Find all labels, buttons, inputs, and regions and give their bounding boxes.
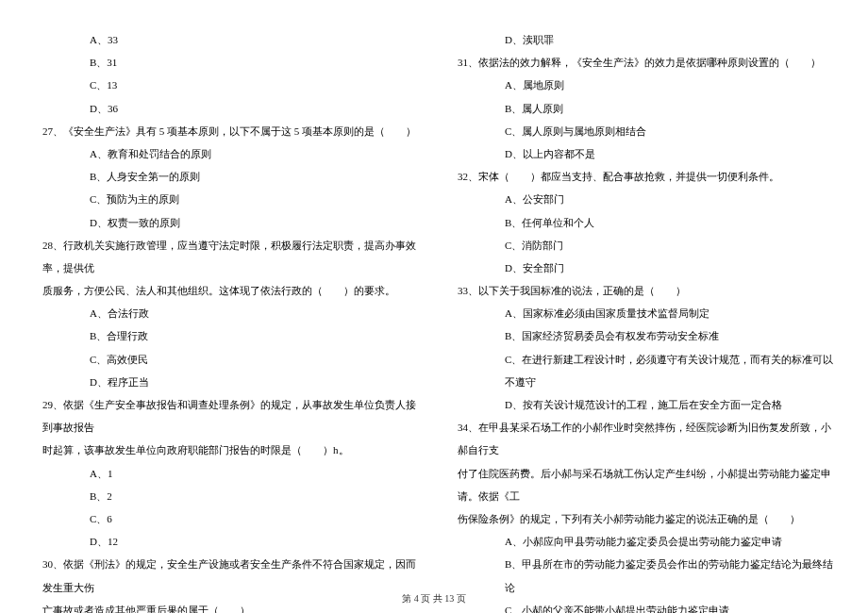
q32-option-d: D、安全部门: [505, 257, 835, 279]
q28-line2: 质服务，方便公民、法人和其他组织。这体现了依法行政的（ ）的要求。: [42, 279, 420, 302]
q27-option-b: B、人身安全第一的原则: [90, 165, 420, 188]
q31-option-b: B、属人原则: [505, 97, 835, 120]
q29-line2: 时起算，该事故发生单位向政府职能部门报告的时限是（ ）h。: [42, 439, 420, 461]
q31-text: 31、依据法的效力解释，《安全生产法》的效力是依据哪种原则设置的（ ）: [458, 51, 835, 74]
q29-line1: 29、依据《生产安全事故报告和调查处理条例》的规定，从事故发生单位负责人接到事故…: [42, 393, 420, 439]
q32-option-c: C、消防部门: [505, 234, 835, 257]
q34-line3: 伤保险条例》的规定，下列有关小郝劳动能力鉴定的说法正确的是（ ）: [458, 507, 835, 530]
q31-option-c: C、属人原则与属地原则相结合: [505, 120, 835, 142]
q32-option-b: B、任何单位和个人: [505, 211, 835, 234]
q32-text: 32、宋体（ ）都应当支持、配合事故抢救，并提供一切便利条件。: [458, 165, 835, 188]
q28-line1: 28、行政机关实施行政管理，应当遵守法定时限，积极履行法定职责，提高办事效率，提…: [42, 234, 420, 279]
q29-option-a: A、1: [90, 462, 420, 485]
q27-option-d: D、权责一致的原则: [90, 211, 420, 234]
q31-option-d: D、以上内容都不是: [505, 142, 835, 165]
q26-option-d: D、36: [90, 97, 420, 120]
q33-option-c: C、在进行新建工程设计时，必须遵守有关设计规范，而有关的标准可以不遵守: [505, 348, 835, 393]
q29-option-b: B、2: [90, 485, 420, 507]
right-column: D、渎职罪 31、依据法的效力解释，《安全生产法》的效力是依据哪种原则设置的（ …: [434, 28, 849, 575]
q33-text: 33、以下关于我国标准的说法，正确的是（ ）: [458, 279, 835, 302]
q31-option-a: A、属地原则: [505, 74, 835, 96]
q34-line2: 付了住院医药费。后小郝与采石场就工伤认定产生纠纷，小郝提出劳动能力鉴定申请。依据…: [458, 462, 835, 507]
q26-option-a: A、33: [90, 28, 420, 51]
q33-option-b: B、国家经济贸易委员会有权发布劳动安全标准: [505, 324, 835, 347]
q32-option-a: A、公安部门: [505, 188, 835, 210]
q28-option-c: C、高效便民: [90, 348, 420, 371]
page-container: A、33 B、31 C、13 D、36 27、《安全生产法》具有 5 项基本原则…: [0, 0, 868, 585]
page-footer: 第 4 页 共 13 页: [0, 592, 868, 605]
q26-option-c: C、13: [90, 74, 420, 96]
q33-option-d: D、按有关设计规范设计的工程，施工后在安全方面一定合格: [505, 393, 835, 416]
q27-option-a: A、教育和处罚结合的原则: [90, 142, 420, 165]
q28-option-d: D、程序正当: [90, 371, 420, 393]
q27-text: 27、《安全生产法》具有 5 项基本原则，以下不属于这 5 项基本原则的是（ ）: [42, 120, 420, 142]
q28-option-a: A、合法行政: [90, 302, 420, 324]
q30-option-d: D、渎职罪: [505, 28, 835, 51]
q27-option-c: C、预防为主的原则: [90, 188, 420, 210]
left-column: A、33 B、31 C、13 D、36 27、《安全生产法》具有 5 项基本原则…: [19, 28, 434, 575]
q26-option-b: B、31: [90, 51, 420, 74]
q29-option-d: D、12: [90, 530, 420, 553]
q28-option-b: B、合理行政: [90, 324, 420, 347]
q33-option-a: A、国家标准必须由国家质量技术监督局制定: [505, 302, 835, 324]
q34-option-a: A、小郝应向甲县劳动能力鉴定委员会提出劳动能力鉴定申请: [505, 530, 835, 553]
q29-option-c: C、6: [90, 507, 420, 530]
q34-line1: 34、在甲县某采石场工作的小郝作业时突然摔伤，经医院诊断为旧伤复发所致，小郝自行…: [458, 416, 835, 461]
